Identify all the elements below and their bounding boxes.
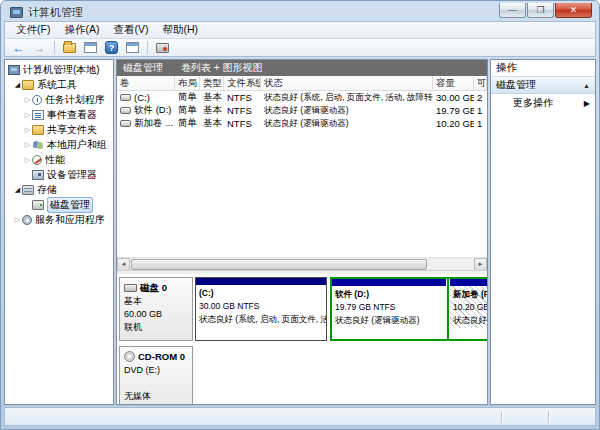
tree-item-event-viewer[interactable]: ▷ 事件查看器 [5, 107, 113, 122]
disk0-label[interactable]: 磁盘 0 基本 60.00 GB 联机 [119, 277, 193, 341]
expander-collapsed-icon[interactable]: ▷ [23, 96, 32, 104]
title-bar: 计算机管理 — ❐ ✕ [4, 1, 596, 21]
volume-list: 卷 布局 类型 文件系统 状态 容量 可 (C:) 简单 基本 NTFS 状态良… [117, 76, 487, 130]
tree-item-performance[interactable]: ▷ 性能 [5, 152, 113, 167]
volume-row-f[interactable]: 新加卷 ... 简单 基本 NTFS 状态良好 (逻辑驱动器) 10.20 GB… [117, 117, 487, 130]
forward-button[interactable]: → [30, 40, 49, 56]
window-pane-icon [126, 42, 139, 53]
scrollbar-thumb[interactable] [131, 259, 427, 270]
primary-partition-strip [196, 278, 326, 285]
panel-title: 磁盘管理 [123, 61, 163, 75]
app-icon [10, 7, 23, 18]
menu-action[interactable]: 操作(A) [57, 21, 106, 39]
scroll-right-arrow[interactable]: ► [474, 258, 487, 271]
tree-item-disk-management[interactable]: 磁盘管理 [5, 197, 113, 212]
panel-view-mode: 卷列表 + 图形视图 [181, 61, 262, 75]
statusbar-divider [548, 411, 549, 423]
statusbar-divider [501, 411, 502, 423]
maximize-button[interactable]: ❐ [527, 3, 554, 18]
storage-icon [22, 185, 34, 195]
menu-help[interactable]: 帮助(H) [155, 21, 205, 39]
volume-icon [120, 120, 131, 127]
expander-expanded-icon[interactable]: ◢ [13, 186, 22, 194]
expander-collapsed-icon[interactable]: ▷ [23, 111, 32, 119]
disk0-row: 磁盘 0 基本 60.00 GB 联机 (C:) 30.00 GB NTFS 状… [119, 277, 485, 341]
disk-management-tool-button[interactable] [153, 40, 172, 56]
cdrom-drive: DVD (E:) [124, 364, 188, 377]
column-filesystem[interactable]: 文件系统 [224, 76, 261, 90]
volume-row-d[interactable]: 软件 (D:) 简单 基本 NTFS 状态良好 (逻辑驱动器) 19.79 GB… [117, 104, 487, 117]
close-button[interactable]: ✕ [555, 3, 592, 18]
volume-icon [120, 107, 131, 114]
help-button[interactable]: ? [102, 40, 121, 56]
scroll-left-arrow[interactable]: ◄ [117, 258, 130, 271]
performance-icon [32, 155, 42, 165]
menu-file[interactable]: 文件(F) [9, 21, 57, 39]
disk-tool-icon [156, 43, 169, 53]
tree-item-task-scheduler[interactable]: ▷ 任务计划程序 [5, 92, 113, 107]
toolbar: ← → ? [4, 38, 596, 57]
expander-collapsed-icon[interactable]: ▷ [23, 141, 32, 149]
cdrom-label[interactable]: CD-ROM 0 DVD (E:) 无媒体 [119, 346, 193, 404]
disk0-size: 60.00 GB [124, 308, 188, 321]
minimize-button[interactable]: — [499, 3, 526, 18]
users-icon [32, 140, 44, 150]
collapse-icon[interactable]: ▲ [583, 82, 590, 89]
toolbar-separator [147, 41, 148, 54]
console-tree: 计算机管理(本地) ◢ 系统工具 ▷ 任务计划程序 ▷ 事件查看器 ▷ 共享文件… [4, 59, 114, 405]
partition-f-selected[interactable]: 新加卷 (F:) 10.20 GB NTFS 状态良好 (逻辑驱动器) [450, 279, 487, 339]
cdrom-row: CD-ROM 0 DVD (E:) 无媒体 [119, 346, 485, 404]
scrollbar-track[interactable] [130, 258, 474, 271]
actions-panel: 操作 磁盘管理 ▲ 更多操作 ▶ [490, 59, 596, 405]
horizontal-scrollbar[interactable]: ◄ ► [117, 257, 487, 270]
column-free[interactable]: 可 [474, 76, 487, 90]
tree-item-system-tools[interactable]: ◢ 系统工具 [5, 77, 113, 92]
partition-c[interactable]: (C:) 30.00 GB NTFS 状态良好 (系统, 启动, 页面文件, 活… [195, 277, 327, 341]
graphical-view: 磁盘 0 基本 60.00 GB 联机 (C:) 30.00 GB NTFS 状… [117, 274, 487, 404]
window-title: 计算机管理 [28, 5, 499, 20]
submenu-arrow-icon: ▶ [584, 99, 590, 108]
expander-collapsed-icon[interactable]: ▷ [23, 126, 32, 134]
menu-view[interactable]: 查看(V) [106, 21, 155, 39]
partition-d[interactable]: 软件 (D:) 19.79 GB NTFS 状态良好 (逻辑驱动器) [332, 279, 446, 339]
services-icon [22, 215, 32, 225]
column-volume[interactable]: 卷 [117, 76, 175, 90]
back-arrow-icon: ← [13, 43, 25, 53]
task-scheduler-icon [32, 95, 42, 105]
selected-tree-label: 磁盘管理 [47, 197, 93, 213]
tree-item-local-users-groups[interactable]: ▷ 本地用户和组 [5, 137, 113, 152]
properties-button[interactable] [123, 40, 142, 56]
show-console-tree-button[interactable] [60, 40, 79, 56]
disk0-type: 基本 [124, 295, 188, 308]
column-layout[interactable]: 布局 [175, 76, 200, 90]
disk-icon [124, 284, 137, 292]
tree-item-storage[interactable]: ◢ 存储 [5, 182, 113, 197]
toolbar-separator [54, 41, 55, 54]
expander-expanded-icon[interactable]: ◢ [13, 81, 22, 89]
disk0-status: 联机 [124, 321, 188, 334]
expander-collapsed-icon[interactable]: ▷ [13, 216, 22, 224]
volume-icon [120, 94, 131, 101]
expander-collapsed-icon[interactable]: ▷ [23, 156, 32, 164]
help-icon: ? [105, 41, 118, 54]
disk-management-icon [32, 200, 44, 210]
column-capacity[interactable]: 容量 [433, 76, 474, 90]
column-type[interactable]: 类型 [200, 76, 224, 90]
tree-item-services-applications[interactable]: ▷ 服务和应用程序 [5, 212, 113, 227]
tree-item-device-manager[interactable]: 设备管理器 [5, 167, 113, 182]
more-actions-item[interactable]: 更多操作 ▶ [491, 94, 595, 112]
actions-section-disk-management[interactable]: 磁盘管理 ▲ [491, 77, 595, 94]
volume-row-c[interactable]: (C:) 简单 基本 NTFS 状态良好 (系统, 启动, 页面文件, 活动, … [117, 91, 487, 104]
volume-list-header: 卷 布局 类型 文件系统 状态 容量 可 [117, 76, 487, 91]
show-hide-panes-button[interactable] [81, 40, 100, 56]
window-pane-icon [84, 42, 97, 53]
shared-folders-icon [32, 125, 44, 135]
status-bar [4, 407, 596, 426]
folder-icon [63, 43, 76, 53]
logical-drive-strip [450, 279, 487, 286]
tree-item-computer-management[interactable]: 计算机管理(本地) [5, 62, 113, 77]
tree-item-shared-folders[interactable]: ▷ 共享文件夹 [5, 122, 113, 137]
device-manager-icon [32, 170, 44, 180]
column-status[interactable]: 状态 [261, 76, 433, 90]
back-button[interactable]: ← [9, 40, 28, 56]
